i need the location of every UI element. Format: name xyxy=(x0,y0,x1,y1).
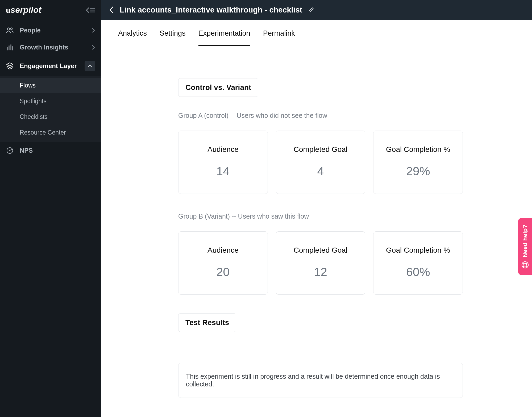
stat-label: Goal Completion % xyxy=(379,246,457,255)
chevron-right-icon xyxy=(92,45,95,50)
chevron-right-icon xyxy=(92,28,95,33)
chevron-up-icon[interactable] xyxy=(85,61,95,71)
need-help-button[interactable]: Need help? xyxy=(518,218,532,275)
main: Link accounts_Interactive walkthrough - … xyxy=(101,0,532,417)
tab-settings[interactable]: Settings xyxy=(160,20,186,46)
svg-line-14 xyxy=(523,262,524,264)
test-results-message: This experiment is still in progress and… xyxy=(178,363,463,398)
brand-logo: userpilot xyxy=(6,5,41,15)
page-title: Link accounts_Interactive walkthrough - … xyxy=(120,6,302,14)
people-icon xyxy=(6,27,14,34)
subnav-item-checklists[interactable]: Checklists xyxy=(0,109,101,125)
svg-line-15 xyxy=(526,262,527,264)
tab-permalink[interactable]: Permalink xyxy=(263,20,295,46)
stat-value: 29% xyxy=(379,164,457,178)
svg-point-13 xyxy=(524,264,526,266)
sidebar-item-people[interactable]: People xyxy=(0,22,101,39)
group-a-stats: Audience 14 Completed Goal 4 Goal Comple… xyxy=(178,131,463,194)
sidebar: userpilot People Growth Insights Engagem… xyxy=(0,0,101,417)
need-help-label: Need help? xyxy=(522,224,529,257)
tab-analytics[interactable]: Analytics xyxy=(118,20,147,46)
stat-card-audience-a: Audience 14 xyxy=(178,131,268,194)
svg-line-17 xyxy=(526,266,527,267)
stat-card-completed-a: Completed Goal 4 xyxy=(276,131,365,194)
sidebar-item-label: People xyxy=(20,27,86,34)
collapse-sidebar-icon[interactable] xyxy=(86,7,95,13)
svg-line-16 xyxy=(523,266,524,267)
svg-point-11 xyxy=(9,150,10,151)
sidebar-item-growth-insights[interactable]: Growth Insights xyxy=(0,39,101,56)
edit-icon[interactable] xyxy=(308,7,314,13)
stat-value: 20 xyxy=(184,265,262,279)
stat-label: Goal Completion % xyxy=(379,145,457,154)
layers-icon xyxy=(6,62,14,69)
sidebar-item-label: Engagement Layer xyxy=(20,62,79,70)
section-title-test-results: Test Results xyxy=(178,313,236,332)
stat-card-rate-b: Goal Completion % 60% xyxy=(373,231,463,295)
sidebar-item-nps[interactable]: NPS xyxy=(0,142,101,159)
subnav-item-flows[interactable]: Flows xyxy=(0,78,101,93)
tab-experimentation[interactable]: Experimentation xyxy=(198,20,250,46)
stat-value: 60% xyxy=(379,265,457,279)
stat-value: 4 xyxy=(281,164,360,178)
engagement-subnav: Flows Spotlights Checklists Resource Cen… xyxy=(0,76,101,142)
stat-card-rate-a: Goal Completion % 29% xyxy=(373,131,463,194)
stat-value: 14 xyxy=(184,164,262,178)
svg-point-4 xyxy=(11,28,13,30)
tabs: Analytics Settings Experimentation Perma… xyxy=(101,20,532,46)
stat-label: Audience xyxy=(184,246,262,255)
section-title-control-variant: Control vs. Variant xyxy=(178,78,258,97)
stat-card-audience-b: Audience 20 xyxy=(178,231,268,295)
group-b-stats: Audience 20 Completed Goal 12 Goal Compl… xyxy=(178,231,463,295)
topbar: Link accounts_Interactive walkthrough - … xyxy=(101,0,532,20)
content: Control vs. Variant Group A (control) --… xyxy=(101,46,532,417)
bar-chart-icon xyxy=(6,44,14,51)
sidebar-item-label: NPS xyxy=(20,147,95,154)
sidebar-item-engagement-layer[interactable]: Engagement Layer xyxy=(0,56,101,76)
subnav-item-spotlights[interactable]: Spotlights xyxy=(0,93,101,109)
group-a-label: Group A (control) -- Users who did not s… xyxy=(178,112,463,119)
lifebuoy-icon xyxy=(521,261,529,269)
svg-point-3 xyxy=(7,28,10,30)
subnav-item-resource-center[interactable]: Resource Center xyxy=(0,125,101,140)
back-icon[interactable] xyxy=(109,6,114,14)
stat-card-completed-b: Completed Goal 12 xyxy=(276,231,365,295)
sidebar-item-label: Growth Insights xyxy=(20,44,86,51)
stat-value: 12 xyxy=(281,265,360,279)
stat-label: Completed Goal xyxy=(281,145,360,154)
stat-label: Completed Goal xyxy=(281,246,360,255)
gauge-icon xyxy=(6,147,14,154)
group-b-label: Group B (Variant) -- Users who saw this … xyxy=(178,212,463,220)
stat-label: Audience xyxy=(184,145,262,154)
